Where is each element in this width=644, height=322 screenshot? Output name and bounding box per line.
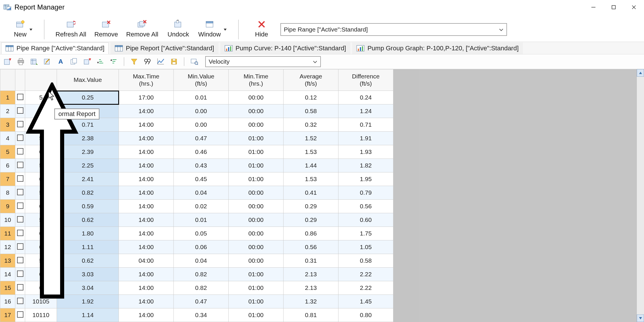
cell-maxtime[interactable]: 14:00 <box>119 145 174 159</box>
row-checkbox[interactable] <box>15 295 25 308</box>
row-header[interactable]: 5 <box>0 145 15 159</box>
hide-button[interactable]: Hide <box>246 19 277 41</box>
filter-button[interactable] <box>129 56 139 67</box>
cell-id[interactable]: 0 <box>25 200 57 213</box>
cell-mintime[interactable]: 01:00 <box>229 308 284 322</box>
cell-average[interactable]: 1.32 <box>284 295 338 308</box>
row-checkbox[interactable] <box>15 240 25 254</box>
cell-difference[interactable]: 0.58 <box>338 254 393 268</box>
cell-id[interactable]: 0 <box>25 145 57 159</box>
cell-average[interactable]: 1.53 <box>284 145 338 159</box>
cell-id[interactable]: 0 <box>25 268 57 281</box>
cell-average[interactable]: 0.12 <box>284 91 338 104</box>
cell-minvalue[interactable]: 0.00 <box>174 118 229 132</box>
cell-maxvalue[interactable]: 1.92 <box>57 295 119 308</box>
report-select[interactable]: Pipe Range ["Active":Standard] <box>280 23 507 36</box>
cell-minvalue[interactable]: 0.43 <box>174 159 229 172</box>
cell-difference[interactable]: 1.05 <box>338 240 393 254</box>
cell-maxvalue[interactable]: 0.71 <box>57 118 119 132</box>
cell-maxtime[interactable]: 14:00 <box>119 200 174 213</box>
tab-pump-curve[interactable]: Pump Curve: P-140 ["Active":Standard] <box>220 43 350 54</box>
cell-id[interactable]: 0 <box>25 172 57 186</box>
cell-difference[interactable]: 1.75 <box>338 227 393 240</box>
cell-id[interactable] <box>25 104 57 118</box>
cell-difference[interactable]: 0.80 <box>338 308 393 322</box>
maximize-button[interactable] <box>604 0 624 14</box>
row-checkbox[interactable] <box>15 200 25 213</box>
cell-maxtime[interactable]: 14:00 <box>119 213 174 227</box>
refresh-all-button[interactable]: Refresh All <box>51 19 90 41</box>
cell-maxtime[interactable]: 17:00 <box>119 91 174 104</box>
cell-maxvalue[interactable]: 3.04 <box>57 281 119 295</box>
row-header[interactable]: 13 <box>0 254 15 268</box>
cell-difference[interactable]: 0.71 <box>338 118 393 132</box>
row-checkbox[interactable] <box>15 308 25 322</box>
table-row[interactable]: 17101101.1414:000.3401:000.810.80 <box>0 308 393 322</box>
cell-average[interactable]: 0.31 <box>284 254 338 268</box>
cell-average[interactable]: 0.29 <box>284 213 338 227</box>
cell-average[interactable]: 0.81 <box>284 308 338 322</box>
cell-average[interactable]: 0.58 <box>284 104 338 118</box>
row-checkbox[interactable] <box>15 227 25 240</box>
cell-maxtime[interactable]: 14:00 <box>119 295 174 308</box>
table-row[interactable]: 1050.6214:000.0100:000.290.60 <box>0 213 393 227</box>
vertical-scrollbar[interactable] <box>636 69 644 322</box>
undock-button[interactable]: Undock <box>162 19 194 41</box>
export-report-button[interactable] <box>2 56 13 67</box>
tab-pipe-range[interactable]: Pipe Range ["Active":Standard] <box>1 43 109 54</box>
cell-id[interactable]: 0 <box>25 118 57 132</box>
scroll-down-button[interactable] <box>637 314 644 322</box>
cell-id[interactable]: 5 <box>25 186 57 200</box>
cell-maxvalue[interactable]: 1.80 <box>57 227 119 240</box>
row-checkbox[interactable] <box>15 268 25 281</box>
row-header[interactable]: 3 <box>0 118 15 132</box>
col-header-check[interactable] <box>15 69 25 91</box>
cell-minvalue[interactable]: 0.05 <box>174 227 229 240</box>
row-header[interactable]: 8 <box>0 186 15 200</box>
cell-minvalue[interactable]: 0.00 <box>174 104 229 118</box>
cell-mintime[interactable]: 00:00 <box>229 227 284 240</box>
table-row[interactable]: 1350.6204:000.0400:000.310.58 <box>0 254 393 268</box>
cell-maxvalue[interactable]: 0.59 <box>57 200 119 213</box>
cell-mintime[interactable]: 00:00 <box>229 118 284 132</box>
cell-maxtime[interactable]: 14:00 <box>119 268 174 281</box>
cell-maxtime[interactable]: 14:00 <box>119 118 174 132</box>
col-header-average[interactable]: Average(ft/s) <box>284 69 338 91</box>
cell-id[interactable]: 5 <box>25 159 57 172</box>
edit-report-button[interactable] <box>42 56 53 67</box>
cell-maxvalue[interactable]: 1.11 <box>57 240 119 254</box>
col-header-maxvalue[interactable]: Max.Value <box>57 69 119 91</box>
cell-average[interactable]: 1.52 <box>284 132 338 145</box>
col-header-minvalue[interactable]: Min.Value(ft/s) <box>174 69 229 91</box>
row-checkbox[interactable] <box>15 172 25 186</box>
row-checkbox[interactable] <box>15 145 25 159</box>
cell-maxtime[interactable]: 14:00 <box>119 132 174 145</box>
row-checkbox[interactable] <box>15 91 25 104</box>
new-button[interactable]: New <box>5 19 37 41</box>
cell-mintime[interactable]: 01:00 <box>229 132 284 145</box>
cell-difference[interactable]: 1.95 <box>338 172 393 186</box>
row-checkbox[interactable] <box>15 159 25 172</box>
table-row[interactable]: 1503.0414:000.8201:002.132.22 <box>0 281 393 295</box>
cell-minvalue[interactable]: 0.46 <box>174 145 229 159</box>
table-row[interactable]: 702.4114:000.4501:001.531.95 <box>0 172 393 186</box>
cell-difference[interactable]: 1.45 <box>338 295 393 308</box>
table-row[interactable]: 16101051.9214:000.4701:001.321.45 <box>0 295 393 308</box>
cell-minvalue[interactable]: 0.02 <box>174 200 229 213</box>
cell-mintime[interactable]: 00:00 <box>229 104 284 118</box>
chart-button[interactable] <box>156 56 166 67</box>
row-header[interactable]: 11 <box>0 227 15 240</box>
cell-mintime[interactable]: 01:00 <box>229 172 284 186</box>
row-header[interactable]: 10 <box>0 213 15 227</box>
cell-id[interactable]: 0 <box>25 227 57 240</box>
cell-difference[interactable]: 0.79 <box>338 186 393 200</box>
cell-id[interactable]: 0 <box>25 240 57 254</box>
row-header[interactable]: 16 <box>0 295 15 308</box>
cell-maxvalue[interactable]: 0.25 <box>57 91 119 104</box>
cell-minvalue[interactable]: 0.04 <box>174 254 229 268</box>
row-header[interactable]: 4 <box>0 132 15 145</box>
cell-mintime[interactable]: 01:00 <box>229 159 284 172</box>
cell-average[interactable]: 0.56 <box>284 240 338 254</box>
cell-maxtime[interactable]: 14:00 <box>119 240 174 254</box>
cell-average[interactable]: 0.41 <box>284 186 338 200</box>
